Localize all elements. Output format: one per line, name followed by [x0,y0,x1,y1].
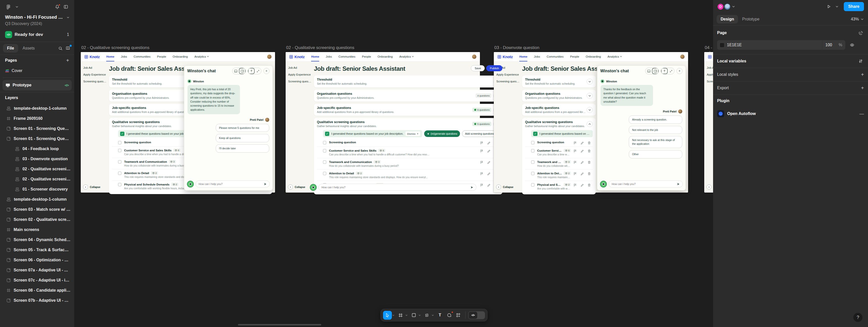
frame-tool-chevron[interactable] [405,315,408,316]
chat-input-field[interactable] [198,183,262,186]
checkbox[interactable] [531,149,534,153]
checkbox[interactable] [531,183,534,187]
design-frame[interactable]: 04 - Feedback loopKnotzHomeJobsCommuniti… [704,52,713,193]
help-button[interactable]: ? [854,313,863,322]
page-item-cover[interactable]: Cover [0,66,74,76]
eye-icon[interactable] [849,42,856,48]
layer-row[interactable]: 04 - Feedback loop [0,144,74,154]
layer-row[interactable]: 02 - Qualitative screening que... [0,174,74,184]
layer-row[interactable]: Screen 02 - Qualitative screening ... [0,215,74,225]
layer-row[interactable]: Screen 01 - Screening Questions ... [0,134,74,144]
zoom-control[interactable]: 43% [851,17,865,22]
flag-icon[interactable] [574,161,577,164]
quick-reply-option[interactable]: Please remove 5 questions for me [216,124,269,132]
file-title[interactable]: Winston - Hi-Fi Focused Vali... [5,15,65,20]
frame-label[interactable]: 02 - Qualitative screening questions [286,45,354,50]
dock-right-icon[interactable] [241,70,244,73]
send-icon[interactable] [677,183,680,186]
checkbox[interactable] [118,183,121,186]
nav-item-analytics[interactable]: Analytics [607,52,622,61]
ready-for-dev-row[interactable]: </> Ready for dev 1 [5,31,69,38]
layer-row[interactable]: Screen 04 - Dynamic Scheduling ... [0,235,74,245]
regenerate-button[interactable]: ★(re)generate questions [424,130,460,137]
chevron-down-icon[interactable] [67,17,69,18]
design-frame[interactable]: 02 - Qualitative screening questionsKnot… [286,52,480,193]
nav-item-home[interactable]: Home [311,52,319,61]
save-button[interactable]: Save [471,65,485,71]
actions-tool[interactable] [454,311,463,320]
checkbox[interactable] [531,172,534,175]
sidebar-link-apply-experience[interactable]: Apply Experience [707,73,713,76]
comment-tool[interactable] [444,311,454,320]
trash-icon[interactable] [588,161,591,164]
layer-row[interactable]: 03 - Downvote question [0,154,74,164]
pencil-icon[interactable] [487,149,490,153]
pencil-icon[interactable] [487,172,490,175]
nav-item-home[interactable]: Home [106,52,114,61]
sidebar-link-screening-questions[interactable]: Screening questions [496,80,520,83]
nav-item-jobs[interactable]: Jobs [121,52,127,61]
share-button[interactable]: Share [844,2,864,11]
tab-file[interactable]: File [3,44,18,53]
page-item-prototype[interactable]: Prototype </> [2,80,72,90]
nav-item-jobs[interactable]: Jobs [534,52,540,61]
flag-icon[interactable] [574,184,577,187]
collapse-button[interactable]: ‹Collapse [707,185,713,190]
page-color-input[interactable]: 1E1E1E 100 % [717,40,845,50]
quick-reply-option[interactable]: I'll decide later [216,144,269,153]
flag-icon[interactable] [574,149,577,153]
collapse-card-button[interactable] [587,121,593,127]
sidebar-link-screening-questions[interactable]: Screening questions [707,80,713,83]
expand-card-button[interactable] [587,79,593,85]
frame-tool[interactable] [396,311,405,320]
checkbox[interactable] [531,161,534,164]
color-hex-value[interactable]: 1E1E1E [727,43,742,47]
checkbox[interactable] [118,149,121,152]
checkbox[interactable] [323,172,326,175]
pencil-icon[interactable] [581,184,584,187]
flag-icon[interactable] [480,172,483,175]
trash-icon[interactable] [588,141,591,144]
dock-right-icon[interactable] [654,70,657,73]
add-page-button[interactable]: + [66,58,69,63]
quick-reply-option[interactable]: Not relevant to the job [629,126,682,134]
dock-bottom-icon[interactable] [234,70,238,73]
move-tool[interactable] [383,311,392,320]
pen-tool[interactable] [423,311,431,320]
pen-tool-chevron[interactable] [431,315,434,316]
plugin-open-autoflow[interactable]: → Open Autoflow — [713,107,868,120]
plus-icon[interactable]: + [861,85,864,90]
nav-item-communities[interactable]: Communities [133,52,150,61]
nav-item-onboarding[interactable]: Onboarding [377,52,393,61]
nav-item-analytics[interactable]: Analytics [399,52,414,61]
canvas-horizontal-scrollbar[interactable] [238,324,321,326]
close-icon[interactable]: × [264,68,270,74]
chat-input-field[interactable] [321,186,469,189]
quick-reply-option[interactable]: Not necessary to ask at this stage of th… [629,136,682,148]
send-icon[interactable] [264,183,267,186]
sidebar-link-apply-experience[interactable]: Apply Experience [288,73,312,76]
trash-icon[interactable] [588,149,591,153]
avatar[interactable] [267,55,272,59]
trash-icon[interactable] [588,184,591,187]
expand-icon[interactable] [257,70,259,73]
checkbox[interactable] [323,149,326,153]
tab-prototype[interactable]: Prototype [739,15,763,24]
expand-card-button[interactable] [587,107,593,113]
section-local-variables[interactable]: Local variables [713,55,868,68]
pencil-icon[interactable] [581,161,584,164]
chat-input[interactable] [609,181,683,188]
pencil-icon[interactable] [487,161,490,164]
layer-row[interactable]: 01 - Screener discovery [0,184,74,194]
dev-mode-toggle[interactable]: </> [468,311,485,319]
styles-icon[interactable] [858,30,864,36]
tab-assets[interactable]: Assets [19,44,38,53]
pencil-icon[interactable] [581,172,584,175]
layer-row[interactable]: Screen 01 - Screening Questions ... [0,124,74,134]
shape-tool-chevron[interactable] [418,315,421,316]
sliders-icon[interactable] [858,58,864,64]
chat-input-field[interactable] [612,183,675,186]
nav-item-home[interactable]: Home [519,52,527,61]
tab-design[interactable]: Design [717,15,738,24]
layer-row[interactable]: Screen 07a - Adaptive UI - Auto-... [0,265,74,275]
